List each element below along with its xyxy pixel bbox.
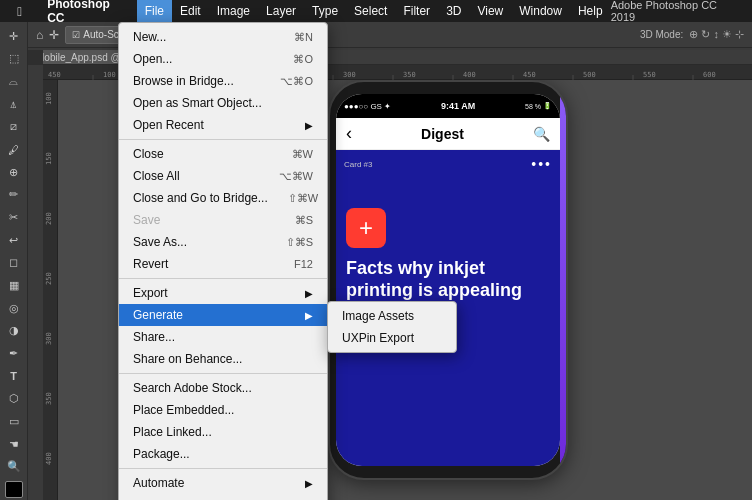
phone-card-label: Card #3 (344, 160, 372, 169)
pen-tool[interactable]: ✒ (3, 343, 25, 364)
phone-dots-menu[interactable]: ••• (531, 156, 552, 172)
marquee-tool[interactable]: ⬚ (3, 49, 25, 70)
menu-help[interactable]: Help (570, 0, 611, 22)
home-icon[interactable]: ⌂ (36, 28, 43, 42)
apple-menu[interactable]:  (0, 0, 39, 22)
svg-text:350: 350 (45, 392, 53, 405)
menu-place-linked[interactable]: Place Linked... (119, 421, 327, 443)
phone-article-title: Facts why inkjet printing is appealing (336, 258, 560, 301)
svg-text:400: 400 (45, 452, 53, 465)
phone-carrier: ●●●○○ GS ✦ (344, 102, 391, 111)
phone-status-bar: ●●●○○ GS ✦ 9:41 AM 58 % 🔋 (336, 94, 560, 118)
menu-close[interactable]: Close ⌘W (119, 143, 327, 165)
move-tool[interactable]: ✛ (3, 26, 25, 47)
purple-bar (560, 82, 566, 478)
gradient-tool[interactable]: ▦ (3, 275, 25, 296)
menu-generate[interactable]: Generate ▶ Image Assets UXPin Export (119, 304, 327, 326)
svg-text:150: 150 (45, 152, 53, 165)
checkbox-icon: ☑ (72, 30, 80, 40)
menu-edit[interactable]: Edit (172, 0, 209, 22)
phone-nav-bar: ‹ Digest 🔍 (336, 118, 560, 150)
menu-filter[interactable]: Filter (395, 0, 438, 22)
phone-time: 9:41 AM (441, 101, 475, 111)
zoom-tool[interactable]: 🔍 (3, 456, 25, 477)
svg-text:550: 550 (643, 71, 656, 79)
menu-save: Save ⌘S (119, 209, 327, 231)
3d-mode-label: 3D Mode: (640, 29, 683, 40)
menu-open[interactable]: Open... ⌘O (119, 48, 327, 70)
phone-nav-title: Digest (421, 126, 464, 142)
clone-tool[interactable]: ✂ (3, 207, 25, 228)
svg-text:100: 100 (45, 92, 53, 105)
menu-divider-4 (119, 468, 327, 469)
menu-select[interactable]: Select (346, 0, 395, 22)
move-icon[interactable]: ✛ (49, 28, 59, 42)
path-tool[interactable]: ⬡ (3, 389, 25, 410)
menu-revert[interactable]: Revert F12 (119, 253, 327, 275)
shape-tool[interactable]: ▭ (3, 411, 25, 432)
svg-text:350: 350 (403, 71, 416, 79)
menu-automate[interactable]: Automate ▶ (119, 472, 327, 494)
menu-close-all[interactable]: Close All ⌥⌘W (119, 165, 327, 187)
phone-frame: ●●●○○ GS ✦ 9:41 AM 58 % 🔋 ‹ Digest 🔍 (328, 80, 568, 480)
menu-package[interactable]: Package... (119, 443, 327, 465)
brush-tool[interactable]: ✏ (3, 185, 25, 206)
left-toolbar: ✛ ⬚ ⌓ ⍋ ⧄ 🖋 ⊕ ✏ ✂ ↩ ◻ ▦ ◎ ◑ ✒ T ⬡ ▭ ☚ 🔍 (0, 22, 28, 500)
app-title: Adobe Photoshop CC 2019 (611, 0, 744, 23)
ruler-vertical: 100 150 200 250 300 350 400 (43, 80, 58, 500)
dodge-tool[interactable]: ◑ (3, 321, 25, 342)
menu-place-embedded[interactable]: Place Embedded... (119, 399, 327, 421)
eraser-tool[interactable]: ◻ (3, 253, 25, 274)
menu-open-recent[interactable]: Open Recent ▶ (119, 114, 327, 136)
type-tool[interactable]: T (3, 366, 25, 387)
file-menu: New... ⌘N Open... ⌘O Browse in Bridge...… (118, 22, 328, 500)
phone-mockup: ●●●○○ GS ✦ 9:41 AM 58 % 🔋 ‹ Digest 🔍 (328, 80, 608, 500)
eyedropper-tool[interactable]: 🖋 (3, 139, 25, 160)
menu-export[interactable]: Export ▶ (119, 282, 327, 304)
history-tool[interactable]: ↩ (3, 230, 25, 251)
menu-divider-2 (119, 278, 327, 279)
menu-scripts[interactable]: Scripts ▶ (119, 494, 327, 500)
menu-share-behance[interactable]: Share on Behance... (119, 348, 327, 370)
svg-text:450: 450 (48, 71, 61, 79)
menu-file[interactable]: File (137, 0, 172, 22)
menu-browse-bridge[interactable]: Browse in Bridge... ⌥⌘O (119, 70, 327, 92)
menu-divider-1 (119, 139, 327, 140)
plus-icon: + (359, 216, 373, 240)
menu-3d[interactable]: 3D (438, 0, 469, 22)
menu-close-bridge[interactable]: Close and Go to Bridge... ⇧⌘W (119, 187, 327, 209)
search-icon: 🔍 (533, 126, 550, 142)
back-icon: ‹ (346, 123, 352, 144)
3d-controls: ⊕ ↻ ↕ ☀ ⊹ (689, 28, 744, 41)
generate-submenu: Image Assets UXPin Export (327, 301, 457, 353)
blur-tool[interactable]: ◎ (3, 298, 25, 319)
submenu-image-assets[interactable]: Image Assets (328, 305, 456, 327)
tab-label: Mobile_App.psd @ (36, 52, 121, 63)
menu-window[interactable]: Window (511, 0, 570, 22)
menu-view[interactable]: View (469, 0, 511, 22)
menu-type[interactable]: Type (304, 0, 346, 22)
magic-wand-tool[interactable]: ⍋ (3, 94, 25, 115)
menu-open-smart-object[interactable]: Open as Smart Object... (119, 92, 327, 114)
menu-share[interactable]: Share... (119, 326, 327, 348)
svg-text:500: 500 (583, 71, 596, 79)
submenu-uxpin-export[interactable]: UXPin Export (328, 327, 456, 349)
menu-layer[interactable]: Layer (258, 0, 304, 22)
foreground-color[interactable] (5, 481, 23, 498)
phone-plus-button[interactable]: + (346, 208, 386, 248)
svg-text:600: 600 (703, 71, 716, 79)
crop-tool[interactable]: ⧄ (3, 117, 25, 138)
healing-tool[interactable]: ⊕ (3, 162, 25, 183)
menu-save-as[interactable]: Save As... ⇧⌘S (119, 231, 327, 253)
lasso-tool[interactable]: ⌓ (3, 71, 25, 92)
app-name[interactable]: Photoshop CC (39, 0, 137, 22)
svg-text:300: 300 (45, 332, 53, 345)
menu-search-stock[interactable]: Search Adobe Stock... (119, 377, 327, 399)
menu-image[interactable]: Image (209, 0, 258, 22)
svg-text:400: 400 (463, 71, 476, 79)
svg-text:100: 100 (103, 71, 116, 79)
menu-new[interactable]: New... ⌘N (119, 26, 327, 48)
svg-text:450: 450 (523, 71, 536, 79)
phone-screen: ●●●○○ GS ✦ 9:41 AM 58 % 🔋 ‹ Digest 🔍 (336, 94, 560, 466)
hand-tool[interactable]: ☚ (3, 434, 25, 455)
